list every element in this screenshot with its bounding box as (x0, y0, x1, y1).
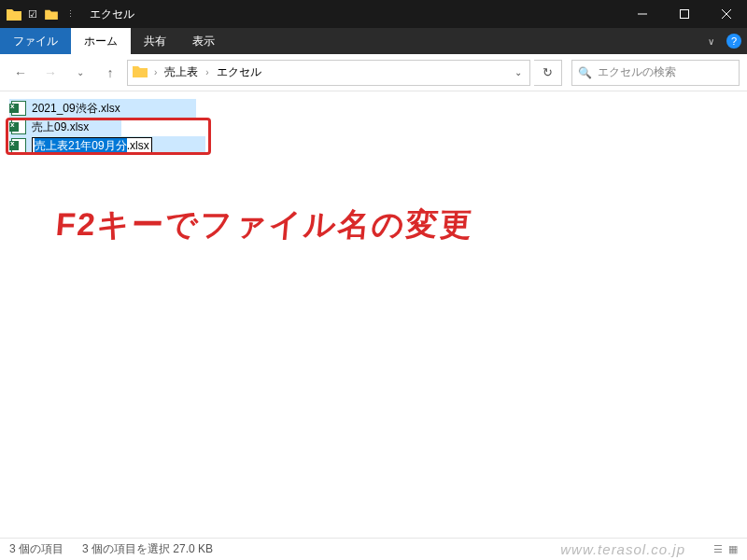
recent-dropdown-icon[interactable]: ⌄ (67, 60, 93, 86)
excel-file-icon (11, 101, 26, 116)
status-bar: 3 個の項目 3 個の項目を選択 27.0 KB www.terasol.co.… (0, 538, 747, 560)
up-button[interactable]: ↑ (97, 60, 123, 86)
details-view-icon[interactable]: ☰ (713, 543, 723, 555)
list-item[interactable]: 売上09.xlsx (9, 118, 121, 136)
quick-access-toolbar: ☑ ⋮ (0, 6, 84, 22)
file-name: 売上09.xlsx (32, 119, 89, 135)
address-bar[interactable]: › 売上表 › エクセル ⌄ (127, 60, 530, 86)
window-controls (621, 0, 747, 28)
status-item-count: 3 個の項目 (9, 541, 63, 557)
file-name: 2021_09渋谷.xlsx (32, 101, 120, 117)
refresh-button[interactable]: ↻ (534, 60, 562, 86)
rename-extension: .xlsx (127, 139, 149, 152)
search-icon: 🔍 (578, 66, 592, 79)
chevron-right-icon[interactable]: › (154, 67, 157, 77)
excel-file-icon (11, 138, 26, 153)
svg-rect-1 (680, 10, 688, 19)
address-dropdown-icon[interactable]: ⌄ (511, 67, 526, 77)
tab-share[interactable]: 共有 (131, 28, 179, 54)
navigation-bar: ← → ⌄ ↑ › 売上表 › エクセル ⌄ ↻ 🔍 エクセルの検索 (0, 54, 747, 91)
window-title: エクセル (84, 7, 621, 22)
folder-small-icon (43, 6, 60, 22)
thumbnails-view-icon[interactable]: ▦ (728, 543, 738, 555)
file-list-pane[interactable]: 2021_09渋谷.xlsx 売上09.xlsx 売上表21年09月分.xlsx… (0, 91, 747, 538)
excel-file-icon (11, 119, 26, 134)
watermark: www.terasol.co.jp (560, 541, 685, 557)
maximize-button[interactable] (663, 0, 705, 28)
minimize-button[interactable] (621, 0, 663, 28)
help-button[interactable]: ? (721, 28, 747, 54)
search-placeholder: エクセルの検索 (598, 64, 676, 80)
breadcrumb[interactable]: エクセル (215, 64, 263, 80)
properties-icon[interactable]: ☑ (24, 6, 41, 22)
rename-input[interactable]: 売上表21年09月分.xlsx (32, 137, 152, 154)
rename-selected-text: 売上表21年09月分 (35, 138, 127, 154)
search-input[interactable]: 🔍 エクセルの検索 (571, 60, 740, 86)
list-item[interactable]: 2021_09渋谷.xlsx (9, 99, 196, 118)
list-item-renaming[interactable]: 売上表21年09月分.xlsx (9, 136, 205, 155)
ribbon-tabs: ファイル ホーム 共有 表示 ∨ ? (0, 28, 747, 54)
qat-dropdown-icon[interactable]: ⋮ (62, 6, 78, 22)
ribbon-expand-icon[interactable]: ∨ (700, 28, 721, 54)
chevron-right-icon[interactable]: › (205, 67, 208, 77)
window-titlebar: ☑ ⋮ エクセル (0, 0, 747, 28)
tab-home[interactable]: ホーム (71, 28, 131, 54)
back-button[interactable]: ← (7, 60, 34, 86)
forward-button[interactable]: → (37, 60, 63, 86)
tab-view[interactable]: 表示 (179, 28, 228, 54)
status-selection: 3 個の項目を選択 27.0 KB (82, 541, 213, 557)
close-button[interactable] (705, 0, 747, 28)
tab-file[interactable]: ファイル (0, 28, 71, 54)
breadcrumb[interactable]: 売上表 (162, 64, 200, 80)
folder-icon (132, 64, 148, 80)
folder-icon (6, 6, 22, 22)
help-icon: ? (726, 34, 741, 49)
annotation-text: F2キーでファイル名の変更 (54, 203, 475, 246)
